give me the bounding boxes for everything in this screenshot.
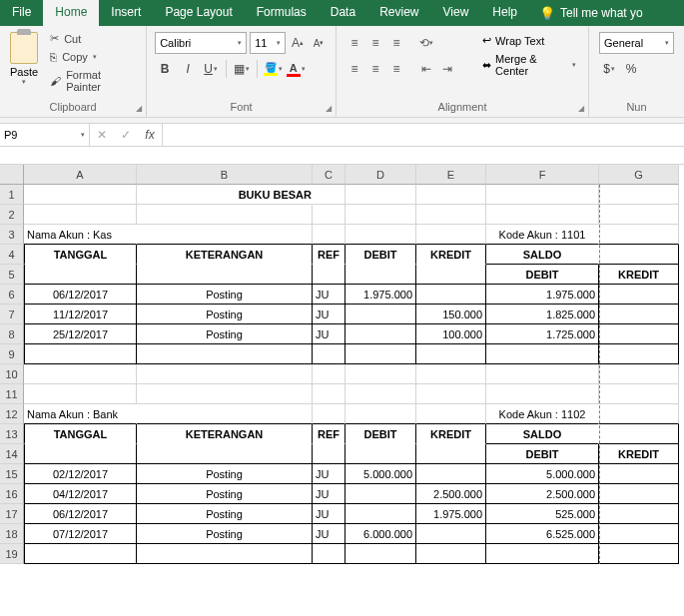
align-middle-button[interactable]: ≡	[365, 32, 385, 54]
tab-view[interactable]: View	[431, 0, 481, 26]
merge-icon: ⬌	[482, 59, 491, 72]
orientation-button[interactable]: ⟲▾	[416, 32, 436, 54]
fill-color-button[interactable]: 🪣	[263, 58, 283, 80]
dialog-launcher-icon[interactable]: ◢	[578, 104, 584, 113]
wrap-icon: ↩	[482, 34, 491, 47]
tab-formulas[interactable]: Formulas	[245, 0, 319, 26]
align-bottom-button[interactable]: ≡	[386, 32, 406, 54]
ribbon-group-clipboard: Paste ▾ ✂Cut ⎘Copy▾ 🖌Format Painter Clip…	[0, 26, 147, 117]
tab-data[interactable]: Data	[319, 0, 367, 26]
tell-me[interactable]: 💡 Tell me what yo	[529, 0, 643, 26]
decrease-indent-button[interactable]: ⇤	[416, 58, 436, 80]
cells-area[interactable]: BUKU BESAR Nama Akun : KasKode Akun : 11…	[24, 185, 679, 564]
paste-icon	[10, 32, 38, 64]
lightbulb-icon: 💡	[539, 6, 555, 21]
ribbon: Paste ▾ ✂Cut ⎘Copy▾ 🖌Format Painter Clip…	[0, 26, 684, 118]
cancel-button[interactable]: ✕	[90, 128, 114, 142]
tab-insert[interactable]: Insert	[99, 0, 153, 26]
italic-button[interactable]: I	[178, 58, 198, 80]
decrease-font-button[interactable]: A▾	[310, 32, 328, 54]
font-name-select[interactable]: Calibri▾	[155, 32, 247, 54]
wrap-text-button[interactable]: ↩Wrap Text	[480, 32, 578, 49]
number-format-select[interactable]: General▾	[599, 32, 674, 54]
menu-bar: File Home Insert Page Layout Formulas Da…	[0, 0, 684, 26]
chevron-down-icon: ▾	[22, 78, 26, 86]
font-size-select[interactable]: 11▾	[250, 32, 286, 54]
tab-home[interactable]: Home	[43, 0, 99, 26]
formula-input[interactable]	[163, 124, 684, 146]
increase-font-button[interactable]: A▴	[289, 32, 307, 54]
dialog-launcher-icon[interactable]: ◢	[136, 104, 142, 113]
row-headers[interactable]: 12345678910111213141516171819	[0, 185, 24, 564]
accounting-format-button[interactable]: $	[599, 58, 619, 80]
tab-file[interactable]: File	[0, 0, 43, 26]
ribbon-group-alignment: ≡ ≡ ≡ ⟲▾ ≡ ≡ ≡ ⇤ ⇥ ↩Wrap Text ⬌Mer	[337, 26, 589, 117]
spreadsheet-grid[interactable]: A B C D E F G 12345678910111213141516171…	[0, 165, 684, 564]
formula-bar: P9▾ ✕ ✓ fx	[0, 124, 684, 147]
paste-button[interactable]: Paste ▾	[6, 30, 42, 88]
border-button[interactable]: ▦	[232, 58, 252, 80]
bold-button[interactable]: B	[155, 58, 175, 80]
format-painter-button[interactable]: 🖌Format Painter	[46, 67, 140, 95]
ribbon-group-font: Calibri▾ 11▾ A▴ A▾ B I U ▦ 🪣 A Font◢	[147, 26, 337, 117]
underline-button[interactable]: U	[201, 58, 221, 80]
brush-icon: 🖌	[50, 75, 61, 87]
tab-pagelayout[interactable]: Page Layout	[153, 0, 244, 26]
tab-help[interactable]: Help	[480, 0, 529, 26]
column-headers[interactable]: A B C D E F G	[24, 165, 684, 185]
align-left-button[interactable]: ≡	[344, 58, 364, 80]
align-right-button[interactable]: ≡	[386, 58, 406, 80]
tab-review[interactable]: Review	[367, 0, 430, 26]
enter-button[interactable]: ✓	[114, 128, 138, 142]
select-all-corner[interactable]	[0, 165, 24, 185]
dialog-launcher-icon[interactable]: ◢	[326, 104, 332, 113]
scissors-icon: ✂	[50, 32, 59, 45]
name-box[interactable]: P9▾	[0, 124, 90, 146]
font-color-button[interactable]: A	[286, 58, 306, 80]
ribbon-group-number: General▾ $ % Nun	[589, 26, 684, 117]
percent-format-button[interactable]: %	[621, 58, 641, 80]
merge-center-button[interactable]: ⬌Merge & Center ▾	[480, 51, 578, 79]
align-center-button[interactable]: ≡	[365, 58, 385, 80]
copy-button[interactable]: ⎘Copy▾	[46, 49, 140, 65]
fx-button[interactable]: fx	[138, 128, 162, 142]
tell-me-label: Tell me what yo	[560, 6, 643, 20]
copy-icon: ⎘	[50, 51, 57, 63]
align-top-button[interactable]: ≡	[344, 32, 364, 54]
paste-label: Paste	[10, 66, 38, 78]
cut-button[interactable]: ✂Cut	[46, 30, 140, 47]
increase-indent-button[interactable]: ⇥	[437, 58, 457, 80]
